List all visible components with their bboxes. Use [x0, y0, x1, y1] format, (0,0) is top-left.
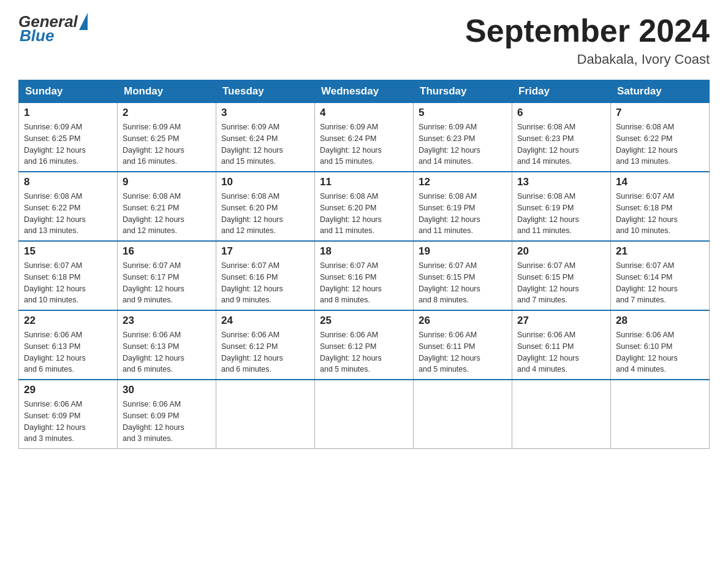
col-sunday: Sunday — [19, 80, 118, 103]
table-row: 21Sunrise: 6:07 AMSunset: 6:14 PMDayligh… — [611, 241, 710, 310]
logo: General Blue — [18, 12, 88, 45]
table-row: 12Sunrise: 6:08 AMSunset: 6:19 PMDayligh… — [414, 172, 512, 241]
table-row — [414, 380, 512, 449]
day-number: 17 — [221, 245, 309, 258]
table-row — [216, 380, 315, 449]
day-number: 14 — [616, 176, 704, 188]
day-number: 28 — [616, 315, 704, 327]
table-row: 13Sunrise: 6:08 AMSunset: 6:19 PMDayligh… — [512, 172, 611, 241]
col-tuesday: Tuesday — [216, 80, 315, 103]
day-info: Sunrise: 6:07 AMSunset: 6:17 PMDaylight:… — [123, 260, 211, 306]
day-info: Sunrise: 6:08 AMSunset: 6:19 PMDaylight:… — [419, 191, 507, 237]
day-info: Sunrise: 6:07 AMSunset: 6:14 PMDaylight:… — [616, 260, 704, 306]
table-row: 7Sunrise: 6:08 AMSunset: 6:22 PMDaylight… — [611, 103, 710, 172]
calendar-week-row: 1Sunrise: 6:09 AMSunset: 6:25 PMDaylight… — [19, 103, 710, 172]
day-info: Sunrise: 6:09 AMSunset: 6:24 PMDaylight:… — [221, 121, 309, 167]
table-row: 27Sunrise: 6:06 AMSunset: 6:11 PMDayligh… — [512, 310, 611, 380]
table-row: 28Sunrise: 6:06 AMSunset: 6:10 PMDayligh… — [611, 310, 710, 380]
day-number: 18 — [320, 245, 408, 258]
table-row: 18Sunrise: 6:07 AMSunset: 6:16 PMDayligh… — [315, 241, 414, 310]
day-number: 1 — [24, 107, 112, 119]
col-saturday: Saturday — [611, 80, 710, 103]
page-header: General Blue September 2024 Dabakala, Iv… — [18, 12, 710, 67]
table-row: 1Sunrise: 6:09 AMSunset: 6:25 PMDaylight… — [19, 103, 118, 172]
day-info: Sunrise: 6:06 AMSunset: 6:11 PMDaylight:… — [517, 329, 605, 375]
table-row: 6Sunrise: 6:08 AMSunset: 6:23 PMDaylight… — [512, 103, 611, 172]
day-number: 30 — [123, 384, 211, 396]
col-monday: Monday — [118, 80, 216, 103]
day-info: Sunrise: 6:08 AMSunset: 6:22 PMDaylight:… — [24, 191, 112, 237]
table-row: 29Sunrise: 6:06 AMSunset: 6:09 PMDayligh… — [19, 380, 118, 449]
day-number: 19 — [419, 245, 507, 258]
day-info: Sunrise: 6:08 AMSunset: 6:19 PMDaylight:… — [517, 191, 605, 237]
table-row: 30Sunrise: 6:06 AMSunset: 6:09 PMDayligh… — [118, 380, 216, 449]
day-info: Sunrise: 6:06 AMSunset: 6:13 PMDaylight:… — [24, 329, 112, 375]
day-number: 22 — [24, 315, 112, 327]
table-row — [315, 380, 414, 449]
day-number: 20 — [517, 245, 605, 258]
day-number: 27 — [517, 315, 605, 327]
title-block: September 2024 Dabakala, Ivory Coast — [465, 12, 710, 67]
day-info: Sunrise: 6:08 AMSunset: 6:22 PMDaylight:… — [616, 121, 704, 167]
day-number: 26 — [419, 315, 507, 327]
day-number: 10 — [221, 176, 309, 188]
calendar-table: Sunday Monday Tuesday Wednesday Thursday… — [18, 80, 710, 449]
table-row: 11Sunrise: 6:08 AMSunset: 6:20 PMDayligh… — [315, 172, 414, 241]
table-row: 19Sunrise: 6:07 AMSunset: 6:15 PMDayligh… — [414, 241, 512, 310]
calendar-week-row: 15Sunrise: 6:07 AMSunset: 6:18 PMDayligh… — [19, 241, 710, 310]
calendar-header-row: Sunday Monday Tuesday Wednesday Thursday… — [19, 80, 710, 103]
day-info: Sunrise: 6:06 AMSunset: 6:11 PMDaylight:… — [419, 329, 507, 375]
calendar-week-row: 8Sunrise: 6:08 AMSunset: 6:22 PMDaylight… — [19, 172, 710, 241]
logo-blue-text: Blue — [18, 26, 88, 45]
table-row: 14Sunrise: 6:07 AMSunset: 6:18 PMDayligh… — [611, 172, 710, 241]
day-info: Sunrise: 6:07 AMSunset: 6:16 PMDaylight:… — [221, 260, 309, 306]
day-number: 16 — [123, 245, 211, 258]
table-row: 17Sunrise: 6:07 AMSunset: 6:16 PMDayligh… — [216, 241, 315, 310]
day-number: 3 — [221, 107, 309, 119]
day-number: 25 — [320, 315, 408, 327]
table-row: 10Sunrise: 6:08 AMSunset: 6:20 PMDayligh… — [216, 172, 315, 241]
day-number: 2 — [123, 107, 211, 119]
day-number: 23 — [123, 315, 211, 327]
day-info: Sunrise: 6:06 AMSunset: 6:09 PMDaylight:… — [123, 399, 211, 445]
day-number: 4 — [320, 107, 408, 119]
table-row: 16Sunrise: 6:07 AMSunset: 6:17 PMDayligh… — [118, 241, 216, 310]
calendar-week-row: 29Sunrise: 6:06 AMSunset: 6:09 PMDayligh… — [19, 380, 710, 449]
day-info: Sunrise: 6:08 AMSunset: 6:20 PMDaylight:… — [320, 191, 408, 237]
day-info: Sunrise: 6:07 AMSunset: 6:15 PMDaylight:… — [419, 260, 507, 306]
col-wednesday: Wednesday — [315, 80, 414, 103]
table-row: 26Sunrise: 6:06 AMSunset: 6:11 PMDayligh… — [414, 310, 512, 380]
day-number: 24 — [221, 315, 309, 327]
table-row: 3Sunrise: 6:09 AMSunset: 6:24 PMDaylight… — [216, 103, 315, 172]
day-number: 13 — [517, 176, 605, 188]
day-info: Sunrise: 6:09 AMSunset: 6:25 PMDaylight:… — [24, 121, 112, 167]
location-title: Dabakala, Ivory Coast — [465, 52, 710, 67]
table-row: 8Sunrise: 6:08 AMSunset: 6:22 PMDaylight… — [19, 172, 118, 241]
day-number: 15 — [24, 245, 112, 258]
day-info: Sunrise: 6:06 AMSunset: 6:13 PMDaylight:… — [123, 329, 211, 375]
table-row: 25Sunrise: 6:06 AMSunset: 6:12 PMDayligh… — [315, 310, 414, 380]
month-title: September 2024 — [465, 12, 710, 49]
day-number: 9 — [123, 176, 211, 188]
day-number: 11 — [320, 176, 408, 188]
day-number: 7 — [616, 107, 704, 119]
table-row: 15Sunrise: 6:07 AMSunset: 6:18 PMDayligh… — [19, 241, 118, 310]
day-info: Sunrise: 6:08 AMSunset: 6:21 PMDaylight:… — [123, 191, 211, 237]
day-number: 29 — [24, 384, 112, 396]
day-info: Sunrise: 6:09 AMSunset: 6:25 PMDaylight:… — [123, 121, 211, 167]
table-row: 2Sunrise: 6:09 AMSunset: 6:25 PMDaylight… — [118, 103, 216, 172]
col-thursday: Thursday — [414, 80, 512, 103]
day-info: Sunrise: 6:06 AMSunset: 6:10 PMDaylight:… — [616, 329, 704, 375]
col-friday: Friday — [512, 80, 611, 103]
day-info: Sunrise: 6:08 AMSunset: 6:23 PMDaylight:… — [517, 121, 605, 167]
day-info: Sunrise: 6:07 AMSunset: 6:18 PMDaylight:… — [24, 260, 112, 306]
table-row: 9Sunrise: 6:08 AMSunset: 6:21 PMDaylight… — [118, 172, 216, 241]
table-row: 22Sunrise: 6:06 AMSunset: 6:13 PMDayligh… — [19, 310, 118, 380]
day-info: Sunrise: 6:07 AMSunset: 6:16 PMDaylight:… — [320, 260, 408, 306]
calendar-week-row: 22Sunrise: 6:06 AMSunset: 6:13 PMDayligh… — [19, 310, 710, 380]
day-number: 6 — [517, 107, 605, 119]
table-row: 24Sunrise: 6:06 AMSunset: 6:12 PMDayligh… — [216, 310, 315, 380]
day-info: Sunrise: 6:06 AMSunset: 6:12 PMDaylight:… — [320, 329, 408, 375]
day-info: Sunrise: 6:08 AMSunset: 6:20 PMDaylight:… — [221, 191, 309, 237]
day-number: 21 — [616, 245, 704, 258]
